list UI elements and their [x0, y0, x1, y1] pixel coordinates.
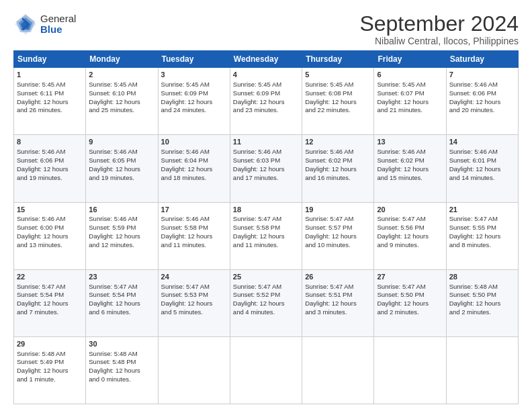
col-friday: Friday: [374, 51, 446, 68]
title-block: September 2024 Nibaliw Central, Ilocos, …: [359, 12, 519, 46]
day-number: 2: [89, 70, 154, 80]
day-number: 23: [89, 272, 154, 282]
day-number: 26: [305, 272, 371, 282]
day-number: 15: [17, 205, 83, 215]
day-number: 1: [17, 70, 83, 80]
calendar-cell: 1Sunrise: 5:45 AMSunset: 6:11 PMDaylight…: [14, 68, 86, 135]
calendar-cell: 23Sunrise: 5:47 AMSunset: 5:54 PMDayligh…: [86, 269, 158, 336]
calendar-cell: 28Sunrise: 5:48 AMSunset: 5:50 PMDayligh…: [446, 269, 518, 336]
day-number: 4: [233, 70, 299, 80]
calendar-cell: 10Sunrise: 5:46 AMSunset: 6:04 PMDayligh…: [158, 135, 230, 202]
col-wednesday: Wednesday: [230, 51, 302, 68]
day-number: 8: [17, 137, 83, 147]
day-number: 21: [449, 205, 515, 215]
day-number: 5: [305, 70, 371, 80]
day-number: 14: [449, 137, 515, 147]
day-number: 20: [377, 205, 443, 215]
logo-icon: [13, 12, 38, 36]
day-number: 3: [161, 70, 227, 80]
col-monday: Monday: [86, 51, 158, 68]
location-title: Nibaliw Central, Ilocos, Philippines: [359, 36, 519, 46]
day-number: 17: [161, 205, 227, 215]
day-number: 29: [17, 339, 83, 349]
calendar-cell: 14Sunrise: 5:46 AMSunset: 6:01 PMDayligh…: [446, 135, 518, 202]
calendar-cell: 8Sunrise: 5:46 AMSunset: 6:06 PMDaylight…: [14, 135, 86, 202]
calendar-cell: 25Sunrise: 5:47 AMSunset: 5:52 PMDayligh…: [230, 269, 302, 336]
calendar-cell: [302, 336, 374, 404]
day-number: 18: [233, 205, 299, 215]
calendar-cell: 6Sunrise: 5:45 AMSunset: 6:07 PMDaylight…: [374, 68, 446, 135]
col-saturday: Saturday: [446, 51, 518, 68]
day-number: 24: [161, 272, 227, 282]
calendar-cell: 19Sunrise: 5:47 AMSunset: 5:57 PMDayligh…: [302, 202, 374, 269]
calendar-cell: 21Sunrise: 5:47 AMSunset: 5:55 PMDayligh…: [446, 202, 518, 269]
day-number: 22: [17, 272, 83, 282]
day-number: 11: [233, 137, 299, 147]
day-number: 12: [305, 137, 371, 147]
day-number: 25: [233, 272, 299, 282]
header: General Blue September 2024 Nibaliw Cent…: [13, 12, 519, 46]
calendar-cell: 18Sunrise: 5:47 AMSunset: 5:58 PMDayligh…: [230, 202, 302, 269]
calendar-cell: 9Sunrise: 5:46 AMSunset: 6:05 PMDaylight…: [86, 135, 158, 202]
calendar-cell: 24Sunrise: 5:47 AMSunset: 5:53 PMDayligh…: [158, 269, 230, 336]
day-number: 28: [449, 272, 515, 282]
calendar-cell: 3Sunrise: 5:45 AMSunset: 6:09 PMDaylight…: [158, 68, 230, 135]
logo-text: General Blue: [40, 13, 76, 36]
calendar-cell: 20Sunrise: 5:47 AMSunset: 5:56 PMDayligh…: [374, 202, 446, 269]
day-number: 30: [89, 339, 154, 349]
calendar-cell: 15Sunrise: 5:46 AMSunset: 6:00 PMDayligh…: [14, 202, 86, 269]
day-number: 19: [305, 205, 371, 215]
day-number: 27: [377, 272, 443, 282]
calendar-cell: 29Sunrise: 5:48 AMSunset: 5:49 PMDayligh…: [14, 336, 86, 404]
page: General Blue September 2024 Nibaliw Cent…: [0, 0, 532, 411]
calendar-week-1: 1Sunrise: 5:45 AMSunset: 6:11 PMDaylight…: [14, 68, 519, 135]
calendar-cell: 4Sunrise: 5:45 AMSunset: 6:09 PMDaylight…: [230, 68, 302, 135]
day-number: 16: [89, 205, 154, 215]
day-number: 6: [377, 70, 443, 80]
month-title: September 2024: [359, 12, 519, 36]
col-sunday: Sunday: [14, 51, 86, 68]
day-number: 7: [449, 70, 515, 80]
logo: General Blue: [13, 12, 76, 36]
calendar-cell: 26Sunrise: 5:47 AMSunset: 5:51 PMDayligh…: [302, 269, 374, 336]
logo-general: General: [40, 13, 76, 25]
calendar-cell: 11Sunrise: 5:46 AMSunset: 6:03 PMDayligh…: [230, 135, 302, 202]
calendar-week-2: 8Sunrise: 5:46 AMSunset: 6:06 PMDaylight…: [14, 135, 519, 202]
calendar-week-4: 22Sunrise: 5:47 AMSunset: 5:54 PMDayligh…: [14, 269, 519, 336]
day-number: 10: [161, 137, 227, 147]
calendar-cell: 5Sunrise: 5:45 AMSunset: 6:08 PMDaylight…: [302, 68, 374, 135]
calendar-cell: [158, 336, 230, 404]
calendar-cell: 2Sunrise: 5:45 AMSunset: 6:10 PMDaylight…: [86, 68, 158, 135]
col-thursday: Thursday: [302, 51, 374, 68]
calendar-cell: 22Sunrise: 5:47 AMSunset: 5:54 PMDayligh…: [14, 269, 86, 336]
calendar-cell: [374, 336, 446, 404]
calendar-cell: 17Sunrise: 5:46 AMSunset: 5:58 PMDayligh…: [158, 202, 230, 269]
day-number: 13: [377, 137, 443, 147]
header-row: Sunday Monday Tuesday Wednesday Thursday…: [14, 51, 519, 68]
logo-blue: Blue: [40, 24, 76, 36]
calendar-cell: [446, 336, 518, 404]
calendar-cell: 27Sunrise: 5:47 AMSunset: 5:50 PMDayligh…: [374, 269, 446, 336]
calendar-week-5: 29Sunrise: 5:48 AMSunset: 5:49 PMDayligh…: [14, 336, 519, 404]
calendar-cell: 13Sunrise: 5:46 AMSunset: 6:02 PMDayligh…: [374, 135, 446, 202]
calendar-cell: 16Sunrise: 5:46 AMSunset: 5:59 PMDayligh…: [86, 202, 158, 269]
col-tuesday: Tuesday: [158, 51, 230, 68]
calendar-cell: 7Sunrise: 5:46 AMSunset: 6:06 PMDaylight…: [446, 68, 518, 135]
calendar-week-3: 15Sunrise: 5:46 AMSunset: 6:00 PMDayligh…: [14, 202, 519, 269]
calendar-cell: 30Sunrise: 5:48 AMSunset: 5:48 PMDayligh…: [86, 336, 158, 404]
day-number: 9: [89, 137, 154, 147]
calendar-cell: 12Sunrise: 5:46 AMSunset: 6:02 PMDayligh…: [302, 135, 374, 202]
calendar-table: Sunday Monday Tuesday Wednesday Thursday…: [13, 50, 519, 404]
calendar-cell: [230, 336, 302, 404]
